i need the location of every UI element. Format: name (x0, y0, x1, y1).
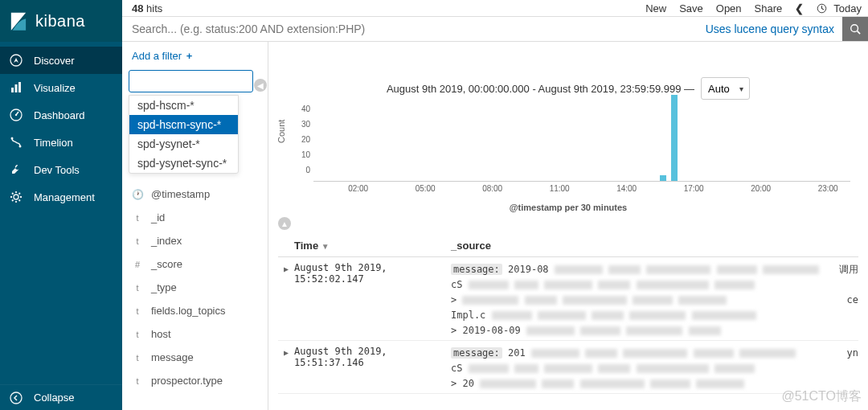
nav-discover[interactable]: Discover (0, 47, 122, 74)
nav-label: Management (34, 191, 95, 203)
svg-rect-2 (15, 84, 18, 92)
documents-table: Time ▼ _source ▶August 9th 2019, 15:52:0… (278, 235, 858, 394)
wrench-icon (10, 163, 24, 176)
field-item[interactable]: tprospector.type (129, 369, 261, 392)
kibana-logo-icon (10, 11, 27, 31)
field-name: @timestamp (151, 188, 210, 200)
nav-visualize[interactable]: Visualize (0, 74, 122, 101)
chart-bar[interactable] (660, 175, 666, 181)
field-item[interactable]: t_type (129, 276, 261, 299)
toolbar-timerange[interactable]: Today (817, 2, 862, 14)
nav-timelion[interactable]: Timelion (0, 129, 122, 156)
svg-point-17 (10, 392, 22, 404)
cell-source: message: 2019-08 调用cS > ceImpl.c > 2019-… (451, 262, 858, 338)
toolbar-share[interactable]: Share (755, 2, 783, 14)
main: Add a filter + ◀ spd-hscm-* spd-hscm-syn… (122, 42, 868, 410)
expand-row-icon[interactable]: ▶ (278, 346, 294, 392)
index-option[interactable]: spd-hscm-* (129, 96, 238, 115)
time-range-row: August 9th 2019, 00:00:00.000 - August 9… (278, 77, 858, 100)
svg-rect-3 (18, 82, 21, 92)
brand: kibana (0, 0, 122, 42)
index-option[interactable]: spd-ysynet-sync-* (129, 154, 238, 173)
fieldtype-icon: t (132, 353, 143, 363)
search-input[interactable] (122, 17, 698, 41)
hits-count: 48 hits (129, 2, 162, 14)
panel-collapse-icon[interactable]: ◀ (254, 79, 267, 92)
col-time[interactable]: Time ▼ (294, 240, 451, 252)
lucene-hint[interactable]: Uses lucene query syntax (698, 17, 842, 41)
nav-label: Dashboard (34, 109, 85, 121)
cell-time: August 9th 2019, 15:51:37.146 (294, 346, 451, 392)
svg-point-6 (11, 137, 14, 140)
available-fields: 🕐@timestampt_idt_index#_scoret_typetfiel… (129, 182, 261, 392)
toolbar: 48 hits New Save Open Share ❮ Today (122, 0, 868, 16)
gear-icon (10, 191, 24, 203)
y-ticks: 403020100 (291, 105, 310, 181)
cell-time: August 9th 2019, 15:52:02.147 (294, 262, 451, 338)
toolbar-timeleft[interactable]: ❮ (795, 2, 804, 14)
field-item[interactable]: tfields.log_topics (129, 299, 261, 322)
fieldtype-icon: t (132, 213, 143, 223)
expand-row-icon[interactable]: ▶ (278, 262, 294, 338)
col-source[interactable]: _source (451, 240, 858, 252)
field-item[interactable]: 🕐@timestamp (129, 182, 261, 206)
toolbar-open[interactable]: Open (716, 2, 742, 14)
svg-line-14 (19, 200, 21, 202)
interval-select[interactable]: Auto (701, 77, 750, 100)
field-item[interactable]: t_id (129, 206, 261, 229)
chart-collapse-icon[interactable]: ▲ (278, 217, 291, 230)
search-icon (850, 23, 861, 35)
field-item[interactable]: thost (129, 322, 261, 346)
svg-point-5 (15, 114, 17, 116)
nav-management[interactable]: Management (0, 183, 122, 211)
sort-desc-icon: ▼ (321, 242, 330, 251)
chart-bar[interactable] (671, 95, 678, 181)
collapse-label: Collapse (34, 392, 75, 404)
fieldtype-icon: # (132, 260, 143, 269)
index-option[interactable]: spd-hscm-sync-* (129, 115, 238, 134)
table-header: Time ▼ _source (278, 235, 858, 257)
svg-point-7 (19, 146, 22, 148)
x-axis-label: @timestamp per 30 minutes (278, 203, 858, 212)
index-pattern-dropdown: spd-hscm-* spd-hscm-sync-* spd-ysynet-* … (129, 95, 239, 174)
toolbar-save[interactable]: Save (679, 2, 703, 14)
nav-label: Timelion (34, 137, 73, 149)
compass-icon (10, 54, 24, 67)
gauge-icon (10, 109, 24, 121)
brand-text: kibana (35, 12, 85, 31)
histogram-chart[interactable]: Count 403020100 02:0005:0008:0011:0014:0… (278, 103, 858, 199)
fields-panel: Add a filter + ◀ spd-hscm-* spd-hscm-syn… (122, 42, 268, 410)
cell-source: message: 201 yncS > 20 (451, 346, 858, 392)
nav-label: Discover (34, 55, 75, 67)
sidebar: kibana Discover Visualize Dashboard Time… (0, 0, 122, 410)
nav-dashboard[interactable]: Dashboard (0, 101, 122, 129)
chevron-left-icon: ❮ (795, 2, 804, 14)
field-item[interactable]: t_index (129, 229, 261, 252)
plot-area (313, 103, 850, 182)
index-option[interactable]: spd-ysynet-* (129, 134, 238, 154)
search-submit[interactable] (842, 17, 868, 41)
index-pattern-input[interactable] (129, 70, 253, 92)
bar-chart-icon (10, 81, 24, 94)
toolbar-new[interactable]: New (645, 2, 666, 14)
svg-line-13 (12, 193, 14, 195)
timelion-icon (10, 136, 24, 149)
clock-icon (817, 3, 830, 14)
add-filter[interactable]: Add a filter + (129, 47, 261, 70)
nav-devtools[interactable]: Dev Tools (0, 156, 122, 183)
svg-point-19 (851, 25, 858, 32)
field-item[interactable]: #_score (129, 252, 261, 276)
search-bar: Uses lucene query syntax (122, 16, 868, 42)
time-range-text: August 9th 2019, 00:00:00.000 - August 9… (387, 83, 694, 95)
field-item[interactable]: tmessage (129, 346, 261, 369)
svg-line-16 (19, 193, 21, 195)
field-name: prospector.type (151, 375, 223, 387)
field-name: _index (151, 235, 182, 247)
collapse-icon (10, 392, 24, 404)
field-name: host (151, 328, 171, 340)
sidebar-collapse[interactable]: Collapse (0, 384, 122, 410)
fieldtype-icon: t (132, 376, 143, 386)
top-bar: 48 hits New Save Open Share ❮ Today Uses… (122, 0, 868, 42)
svg-rect-1 (11, 88, 14, 92)
sidebar-nav: Discover Visualize Dashboard Timelion De… (0, 42, 122, 384)
